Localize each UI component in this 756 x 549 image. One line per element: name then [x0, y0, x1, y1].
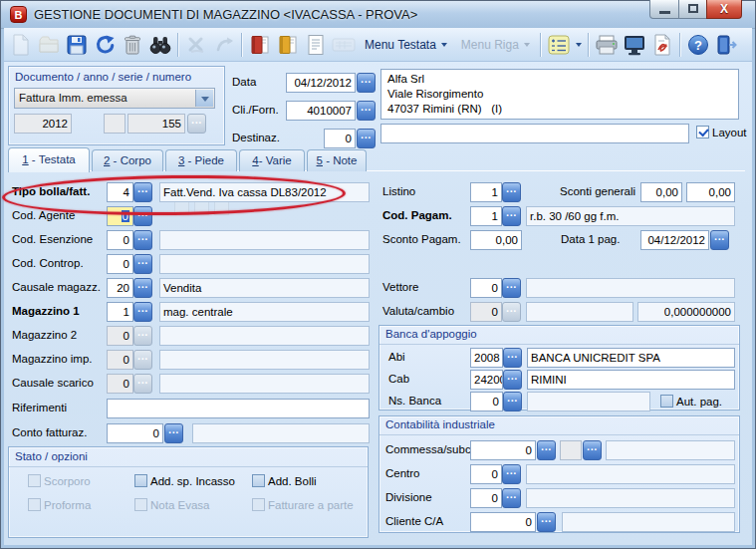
cod-esenzione-lookup-button[interactable]: [133, 230, 152, 250]
minimize-icon: [659, 11, 670, 14]
toolbar-separator: [177, 33, 179, 57]
data-lookup-button[interactable]: [357, 73, 376, 93]
group-divider: [379, 344, 739, 345]
sconto-pagam-input[interactable]: 0,00: [470, 230, 522, 250]
maximize-button[interactable]: [678, 0, 707, 19]
conto-fatturaz-input[interactable]: 0: [107, 423, 163, 443]
cod-pagam-lookup-button[interactable]: [502, 206, 521, 226]
magazzino1-desc: mag. centrale: [159, 302, 370, 322]
ns-banca-lookup-button[interactable]: [503, 392, 522, 412]
layout-checkbox-label: Layout: [712, 127, 747, 138]
document-button[interactable]: [302, 31, 330, 59]
tab-testata[interactable]: 1 - Testata: [8, 147, 90, 172]
riferimenti-input[interactable]: [107, 399, 370, 418]
pdf-export-button[interactable]: [648, 31, 676, 59]
cliente-ca-desc: [562, 512, 735, 532]
vettore-label: Vettore: [382, 281, 418, 293]
magazzino-imp-lookup-button: [133, 350, 152, 370]
preview-button[interactable]: [621, 31, 648, 59]
svg-text:?: ?: [694, 37, 702, 52]
add-sp-incasso-checkbox[interactable]: [134, 474, 147, 487]
yellow-book-button[interactable]: [274, 31, 302, 59]
minimize-button[interactable]: [649, 0, 679, 19]
titlebar[interactable]: B GESTIONE DOCUMENTI DI MAGAZZINO <IVACA…: [1, 1, 755, 29]
divisione-label: Divisione: [385, 491, 432, 503]
cliforn-input[interactable]: 4010007: [286, 101, 356, 121]
destinaz-input[interactable]: 0: [324, 129, 356, 148]
cod-controp-lookup-button[interactable]: [133, 254, 152, 274]
restore-button: [210, 31, 238, 59]
cliente-ca-input[interactable]: 0: [470, 512, 536, 532]
exit-button[interactable]: [712, 31, 740, 59]
cliente-ca-lookup-button[interactable]: [537, 512, 556, 532]
print-button[interactable]: [593, 31, 621, 59]
causale-magazz-lookup-button[interactable]: [133, 278, 152, 298]
sconti-generali-input-2[interactable]: 0,00: [686, 182, 735, 202]
listino-lookup-button[interactable]: [502, 182, 521, 202]
centro-input[interactable]: 0: [470, 464, 502, 484]
tab-corpo[interactable]: 2 - Corpo: [92, 149, 163, 171]
group-divider: [379, 434, 739, 435]
tab-piede[interactable]: 3 - Piede: [165, 149, 237, 171]
subcommessa-lookup-button[interactable]: [583, 440, 602, 460]
vettore-lookup-button[interactable]: [502, 278, 521, 298]
list-settings-button[interactable]: [545, 31, 573, 59]
annul-button: [182, 31, 210, 59]
serie-field: [104, 114, 126, 134]
centro-lookup-button[interactable]: [502, 464, 521, 484]
abi-lookup-button[interactable]: [503, 348, 522, 368]
ns-banca-input[interactable]: 0: [470, 392, 503, 412]
magazzino1-lookup-button[interactable]: [133, 302, 152, 322]
commessa-lookup-button[interactable]: [537, 440, 556, 460]
delete-button[interactable]: [119, 31, 146, 59]
cab-lookup-button[interactable]: [503, 370, 522, 390]
numero-field[interactable]: 155: [127, 114, 185, 134]
tab-varie[interactable]: 4- Varie: [239, 149, 305, 171]
cod-agente-lookup-button[interactable]: [133, 206, 152, 226]
list-settings-dropdown[interactable]: [573, 43, 585, 47]
layout-checkbox[interactable]: [696, 126, 709, 138]
data-input[interactable]: 04/12/2012: [286, 73, 356, 93]
cod-pagam-input[interactable]: 1: [470, 206, 502, 226]
vettore-input[interactable]: 0: [470, 278, 502, 298]
sconti-generali-input-1[interactable]: 0,00: [640, 182, 682, 202]
menu-testata-button[interactable]: Menu Testata: [358, 38, 454, 52]
cliforn-lookup-button[interactable]: [357, 101, 376, 121]
divisione-input[interactable]: 0: [470, 488, 502, 508]
commessa-input[interactable]: 0: [470, 440, 536, 460]
ns-banca-label: Ns. Banca: [388, 395, 441, 407]
cambio-field: 0,000000000: [637, 302, 735, 322]
close-button[interactable]: X: [706, 0, 742, 19]
find-button[interactable]: [146, 31, 174, 59]
subcommessa-input[interactable]: [560, 440, 582, 460]
cab-input[interactable]: 24200: [470, 370, 503, 390]
magazzino2-input: 0: [107, 326, 133, 346]
divisione-lookup-button[interactable]: [502, 488, 521, 508]
save-button[interactable]: [63, 31, 91, 59]
magazzino1-input[interactable]: 1: [107, 302, 133, 322]
listino-input[interactable]: 1: [470, 182, 502, 202]
tab-note[interactable]: 5 - Note: [307, 149, 367, 171]
cod-esenzione-input[interactable]: 0: [107, 230, 133, 250]
red-book-button[interactable]: [246, 31, 274, 59]
open-folder-icon: [38, 35, 60, 55]
help-button[interactable]: ?: [684, 31, 712, 59]
abi-input[interactable]: 2008: [470, 348, 503, 368]
causale-magazz-input[interactable]: 20: [107, 278, 133, 298]
conto-fatturaz-lookup-button[interactable]: [164, 423, 183, 443]
cod-agente-input[interactable]: 0: [107, 206, 133, 226]
cod-controp-input[interactable]: 0: [107, 254, 133, 274]
magazzino2-label: Magazzino 2: [12, 329, 77, 341]
document-type-combo[interactable]: Fattura Imm. emessa: [14, 88, 215, 109]
tipo-bolla-lookup-button[interactable]: [133, 182, 152, 202]
destinaz-desc-field[interactable]: [380, 124, 689, 143]
tipo-bolla-input[interactable]: 4: [107, 182, 133, 202]
destinaz-lookup-button[interactable]: [357, 129, 376, 148]
help-icon: ?: [687, 34, 709, 56]
add-bolli-checkbox[interactable]: [252, 474, 265, 487]
aut-pag-checkbox[interactable]: [660, 395, 673, 408]
data-1-pag-input[interactable]: 04/12/2012: [640, 230, 709, 250]
binoculars-icon: [148, 34, 172, 56]
undo-button[interactable]: [91, 31, 119, 59]
data-1-pag-lookup-button[interactable]: [710, 230, 729, 250]
